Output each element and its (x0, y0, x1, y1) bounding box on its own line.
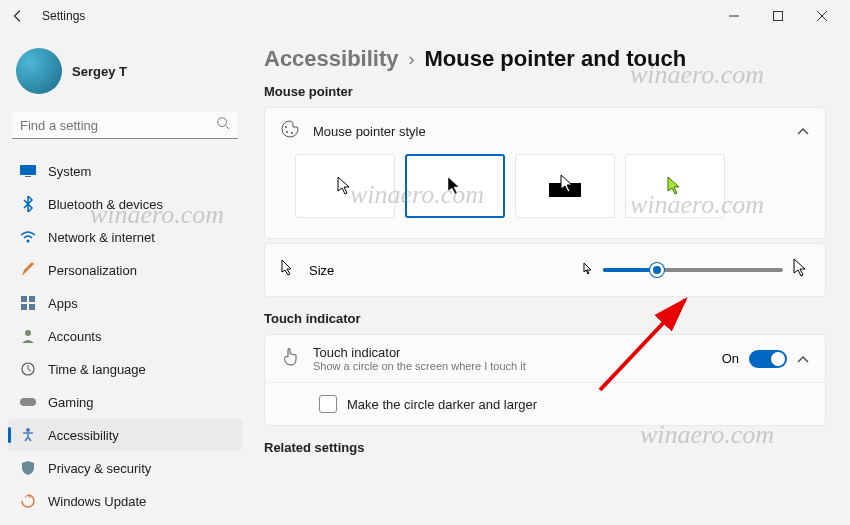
darker-larger-row[interactable]: Make the circle darker and larger (265, 382, 825, 425)
section-touch-label: Touch indicator (264, 311, 826, 326)
svg-rect-4 (20, 165, 36, 175)
user-name: Sergey T (72, 64, 127, 79)
slider-thumb[interactable] (650, 263, 664, 277)
search-input[interactable] (20, 118, 216, 133)
nav-item-accounts[interactable]: Accounts (8, 320, 242, 352)
nav-item-bluetooth[interactable]: Bluetooth & devices (8, 188, 242, 220)
nav-list: System Bluetooth & devices Network & int… (8, 155, 242, 517)
system-icon (20, 163, 36, 179)
nav-label: Apps (48, 296, 78, 311)
nav-label: Bluetooth & devices (48, 197, 163, 212)
bluetooth-icon (20, 196, 36, 212)
size-label: Size (309, 263, 334, 278)
chevron-up-icon[interactable] (797, 350, 809, 368)
touch-icon (281, 347, 299, 371)
svg-rect-7 (21, 296, 27, 302)
svg-point-6 (27, 240, 30, 243)
svg-point-2 (218, 118, 227, 127)
brush-icon (20, 262, 36, 278)
accessibility-icon (20, 427, 36, 443)
svg-rect-5 (25, 176, 31, 177)
breadcrumb: Accessibility › Mouse pointer and touch (264, 46, 826, 72)
nav-label: Gaming (48, 395, 94, 410)
pointer-style-white[interactable] (295, 154, 395, 218)
gaming-icon (20, 394, 36, 410)
shield-icon (20, 460, 36, 476)
checkbox-label: Make the circle darker and larger (347, 397, 537, 412)
svg-rect-1 (774, 12, 783, 21)
svg-rect-10 (29, 304, 35, 310)
svg-point-16 (286, 131, 288, 133)
nav-item-personalization[interactable]: Personalization (8, 254, 242, 286)
nav-label: Accounts (48, 329, 101, 344)
pointer-style-custom[interactable] (625, 154, 725, 218)
nav-label: Network & internet (48, 230, 155, 245)
darker-larger-checkbox[interactable] (319, 395, 337, 413)
touch-indicator-header[interactable]: Touch indicator Show a circle on the scr… (265, 335, 825, 382)
sidebar: Sergey T System Bluetooth & devices Netw… (0, 32, 250, 525)
breadcrumb-parent[interactable]: Accessibility (264, 46, 399, 72)
section-mouse-pointer-label: Mouse pointer (264, 84, 826, 99)
nav-item-accessibility[interactable]: Accessibility (8, 419, 242, 451)
touch-toggle[interactable] (749, 350, 787, 368)
section-related-label: Related settings (264, 440, 826, 455)
update-icon (20, 493, 36, 509)
minimize-button[interactable] (712, 1, 756, 31)
nav-item-privacy[interactable]: Privacy & security (8, 452, 242, 484)
svg-point-15 (285, 126, 287, 128)
nav-label: Personalization (48, 263, 137, 278)
nav-item-gaming[interactable]: Gaming (8, 386, 242, 418)
size-slider[interactable] (603, 268, 783, 272)
touch-subtitle: Show a circle on the screen where I touc… (313, 360, 526, 372)
wifi-icon (20, 229, 36, 245)
clock-icon (20, 361, 36, 377)
titlebar: Settings (0, 0, 850, 32)
mouse-pointer-style-card: Mouse pointer style (264, 107, 826, 239)
nav-label: System (48, 164, 91, 179)
back-button[interactable] (6, 4, 30, 28)
user-profile[interactable]: Sergey T (8, 42, 242, 100)
svg-rect-13 (20, 398, 36, 406)
toggle-state-label: On (722, 351, 739, 366)
nav-item-apps[interactable]: Apps (8, 287, 242, 319)
search-icon (216, 116, 230, 134)
svg-line-3 (226, 126, 230, 130)
touch-title: Touch indicator (313, 345, 526, 360)
close-button[interactable] (800, 1, 844, 31)
apps-icon (20, 295, 36, 311)
chevron-right-icon: › (409, 49, 415, 70)
accounts-icon (20, 328, 36, 344)
svg-point-17 (291, 132, 293, 134)
pointer-style-black[interactable] (405, 154, 505, 218)
nav-label: Time & language (48, 362, 146, 377)
main-content: Accessibility › Mouse pointer and touch … (250, 32, 850, 525)
mouse-pointer-style-header[interactable]: Mouse pointer style (265, 108, 825, 154)
svg-rect-8 (29, 296, 35, 302)
nav-item-update[interactable]: Windows Update (8, 485, 242, 517)
avatar (16, 48, 62, 94)
nav-item-system[interactable]: System (8, 155, 242, 187)
palette-icon (281, 120, 299, 142)
nav-item-time[interactable]: Time & language (8, 353, 242, 385)
nav-label: Privacy & security (48, 461, 151, 476)
nav-label: Windows Update (48, 494, 146, 509)
svg-point-14 (26, 428, 30, 432)
nav-item-network[interactable]: Network & internet (8, 221, 242, 253)
cursor-large-icon (793, 258, 809, 282)
page-title: Mouse pointer and touch (425, 46, 687, 72)
maximize-button[interactable] (756, 1, 800, 31)
search-box[interactable] (12, 112, 238, 139)
app-title: Settings (42, 9, 85, 23)
pointer-style-inverted[interactable] (515, 154, 615, 218)
svg-point-11 (25, 330, 31, 336)
cursor-icon (281, 259, 295, 281)
nav-label: Accessibility (48, 428, 119, 443)
chevron-up-icon (797, 122, 809, 140)
style-label: Mouse pointer style (313, 124, 783, 139)
touch-indicator-card: Touch indicator Show a circle on the scr… (264, 334, 826, 426)
cursor-small-icon (583, 261, 593, 279)
svg-rect-9 (21, 304, 27, 310)
size-card: Size (264, 243, 826, 297)
